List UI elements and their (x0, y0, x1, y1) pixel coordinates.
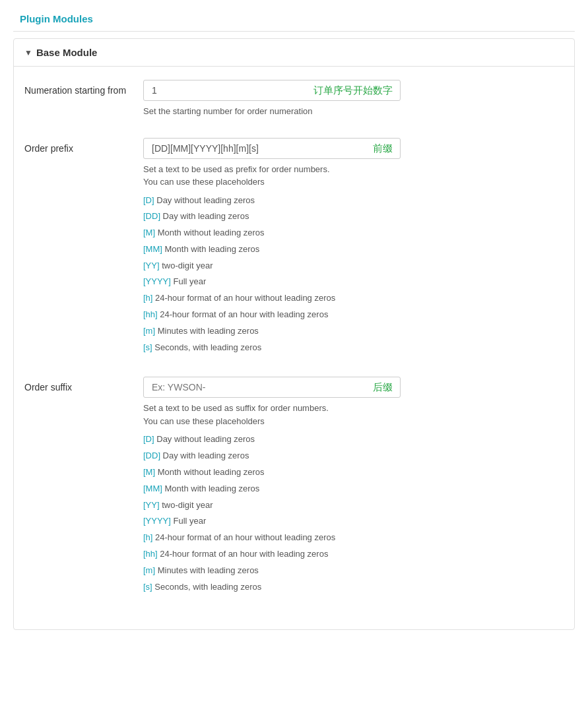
numeration-row: Numeration starting from 订单序号开始数字 Set th… (24, 80, 564, 118)
numeration-help: Set the starting number for order numera… (143, 105, 564, 118)
list-item: [MM] Month with leading zeros (143, 243, 564, 257)
list-item: [h] 24-hour format of an hour without le… (143, 292, 564, 305)
list-item: [D] Day without leading zeros (143, 433, 564, 447)
module-title: Base Module (36, 47, 98, 58)
prefix-row: Order prefix 前缀 Set a text to be used as… (24, 138, 564, 358)
numeration-content: 订单序号开始数字 Set the starting number for ord… (143, 80, 564, 118)
header-divider (13, 31, 575, 32)
page-title: Plugin Modules (20, 13, 93, 24)
suffix-help: Set a text to be used as suffix for orde… (143, 402, 564, 427)
list-item: [M] Month without leading zeros (143, 226, 564, 240)
prefix-input-wrapper: 前缀 (143, 138, 401, 159)
list-item: [s] Seconds, with leading zeros (143, 341, 564, 355)
list-item: [DD] Day with leading zeros (143, 449, 564, 463)
list-item: [hh] 24-hour format of an hour with lead… (143, 308, 564, 322)
suffix-content: 后缀 Set a text to be used as suffix for o… (143, 377, 564, 596)
base-module-container: ▼ Base Module Numeration starting from 订… (13, 38, 575, 630)
list-item: [YYYY] Full year (143, 515, 564, 528)
list-item: [h] 24-hour format of an hour without le… (143, 531, 564, 545)
chevron-down-icon: ▼ (24, 48, 32, 57)
suffix-label: Order suffix (24, 377, 143, 392)
list-item: [YY] two-digit year (143, 499, 564, 513)
page-header: Plugin Modules (0, 0, 588, 31)
list-item: [D] Day without leading zeros (143, 194, 564, 208)
list-item: [YY] two-digit year (143, 259, 564, 273)
module-header[interactable]: ▼ Base Module (14, 39, 574, 67)
numeration-label: Numeration starting from (24, 80, 143, 96)
list-item: [m] Minutes with leading zeros (143, 325, 564, 338)
suffix-input-wrapper: 后缀 (143, 377, 401, 398)
prefix-label: Order prefix (24, 138, 143, 154)
list-item: [MM] Month with leading zeros (143, 482, 564, 496)
module-body: Numeration starting from 订单序号开始数字 Set th… (14, 67, 574, 629)
list-item: [m] Minutes with leading zeros (143, 564, 564, 578)
list-item: [s] Seconds, with leading zeros (143, 580, 564, 594)
prefix-help: Set a text to be used as prefix for orde… (143, 163, 564, 189)
suffix-input[interactable] (143, 377, 401, 398)
numeration-input-wrapper: 订单序号开始数字 (143, 80, 401, 101)
suffix-placeholders: [D] Day without leading zeros [DD] Day w… (143, 433, 564, 594)
list-item: [M] Month without leading zeros (143, 466, 564, 480)
list-item: [DD] Day with leading zeros (143, 210, 564, 224)
numeration-input[interactable] (143, 80, 401, 101)
list-item: [hh] 24-hour format of an hour with lead… (143, 548, 564, 561)
suffix-row: Order suffix 后缀 Set a text to be used as… (24, 377, 564, 596)
prefix-content: 前缀 Set a text to be used as prefix for o… (143, 138, 564, 358)
prefix-placeholders: [D] Day without leading zeros [DD] Day w… (143, 194, 564, 355)
list-item: [YYYY] Full year (143, 275, 564, 289)
prefix-input[interactable] (143, 138, 401, 159)
